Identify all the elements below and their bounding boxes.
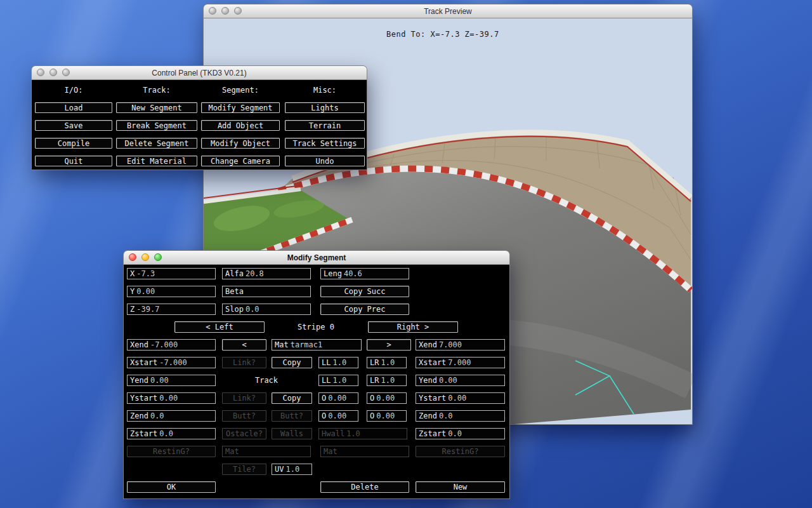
mat-next-button[interactable]: >	[367, 339, 411, 351]
ystart-left-input[interactable]	[159, 394, 215, 403]
right-stripe-button[interactable]: Right >	[368, 321, 458, 333]
ll-lower-field[interactable]: LL	[318, 375, 358, 386]
o-field-3-input[interactable]	[328, 411, 358, 420]
o-field-4-input[interactable]	[376, 411, 406, 420]
o-field-1[interactable]: O	[318, 392, 358, 404]
zoom-icon[interactable]	[234, 7, 242, 15]
xend-left-input[interactable]	[150, 340, 215, 349]
load-button[interactable]: Load	[35, 102, 112, 113]
xend-right-input[interactable]	[439, 340, 504, 349]
yend-right-input[interactable]	[439, 376, 504, 385]
lr-upper-field[interactable]: LR	[367, 357, 407, 368]
modify-segment-titlebar[interactable]: Modify Segment	[124, 251, 509, 265]
xstart-left-input[interactable]	[159, 358, 215, 367]
control-panel-titlebar[interactable]: Control Panel (TKD3 V0.21)	[32, 66, 367, 80]
delete-button[interactable]: Delete	[320, 481, 409, 493]
o-field-1-input[interactable]	[328, 394, 358, 403]
change-camera-button[interactable]: Change Camera	[201, 156, 280, 166]
zend-right-input[interactable]	[439, 411, 504, 420]
modify-object-button[interactable]: Modify Object	[201, 138, 280, 149]
xstart-left-field[interactable]: Xstart	[127, 357, 216, 368]
minimize-icon[interactable]	[141, 253, 149, 261]
mat-left-disabled-field: Mat	[222, 446, 311, 457]
ystart-right-input[interactable]	[448, 394, 504, 403]
ll-upper-field[interactable]: LL	[318, 357, 358, 368]
ok-button[interactable]: OK	[127, 481, 216, 493]
minimize-icon[interactable]	[221, 7, 229, 15]
beta-field-input[interactable]	[246, 287, 310, 296]
ll-lower-input[interactable]	[332, 376, 358, 385]
close-icon[interactable]	[129, 253, 136, 261]
uv-field[interactable]: UV	[272, 464, 312, 475]
copy-prec-button[interactable]: Copy Prec	[320, 304, 409, 315]
zend-right-field[interactable]: Zend	[416, 410, 505, 422]
close-icon[interactable]	[37, 69, 44, 76]
save-button[interactable]: Save	[35, 120, 112, 131]
compile-button[interactable]: Compile	[35, 138, 112, 149]
x-field-input[interactable]	[136, 269, 215, 278]
slop-field[interactable]: Slop	[222, 304, 311, 315]
leng-field[interactable]: Leng	[320, 268, 409, 279]
zstart-left-field[interactable]: Zstart	[127, 428, 216, 439]
yend-left-field[interactable]: Yend	[127, 375, 216, 386]
lr-upper-input[interactable]	[381, 358, 406, 367]
left-stripe-button[interactable]: < Left	[174, 321, 265, 333]
undo-button[interactable]: Undo	[285, 156, 365, 166]
track-preview-titlebar[interactable]: Track Preview	[204, 4, 692, 18]
add-object-button[interactable]: Add Object	[201, 120, 280, 131]
mat-prev-button[interactable]: <	[222, 339, 266, 351]
zoom-icon[interactable]	[154, 253, 162, 261]
new-segment-button[interactable]: New Segment	[116, 102, 197, 113]
ystart-right-field[interactable]: Ystart	[416, 392, 505, 404]
yend-left-input[interactable]	[150, 376, 215, 385]
z-field-input[interactable]	[136, 305, 215, 314]
copy-succ-button[interactable]: Copy Succ	[320, 286, 409, 297]
minimize-icon[interactable]	[49, 69, 57, 76]
x-field[interactable]: X	[127, 268, 216, 279]
leng-field-input[interactable]	[344, 269, 409, 278]
zend-left-input[interactable]	[150, 411, 215, 420]
slop-field-input[interactable]	[246, 305, 310, 314]
copy-upper-button[interactable]: Copy	[272, 357, 312, 368]
zend-left-field[interactable]: Zend	[127, 410, 216, 422]
delete-segment-button[interactable]: Delete Segment	[116, 138, 197, 149]
y-field-input[interactable]	[136, 287, 215, 296]
lr-lower-input[interactable]	[381, 376, 406, 385]
y-field[interactable]: Y	[127, 286, 216, 297]
ll-upper-input[interactable]	[332, 358, 358, 367]
lights-button[interactable]: Lights	[285, 102, 365, 113]
beta-field[interactable]: Beta	[222, 286, 311, 297]
o-field-3[interactable]: O	[318, 410, 358, 422]
track-settings-button[interactable]: Track Settings	[285, 138, 365, 149]
stripe-label: Stripe 0	[272, 321, 360, 333]
o-field-4[interactable]: O	[367, 410, 407, 422]
yend-right-field[interactable]: Yend	[416, 375, 505, 386]
xend-left-field[interactable]: Xend	[127, 339, 216, 351]
break-segment-button[interactable]: Break Segment	[116, 120, 197, 131]
new-button[interactable]: New	[416, 481, 505, 493]
modify-segment-button[interactable]: Modify Segment	[201, 102, 280, 113]
material-field-input[interactable]	[291, 340, 361, 349]
close-icon[interactable]	[209, 7, 216, 15]
o-field-2[interactable]: O	[367, 392, 407, 404]
edit-material-button[interactable]: Edit Material	[116, 156, 197, 166]
z-field[interactable]: Z	[127, 304, 216, 315]
ystart-left-field[interactable]: Ystart	[127, 392, 216, 404]
xstart-right-field[interactable]: Xstart	[416, 357, 505, 368]
alfa-field-input[interactable]	[246, 269, 310, 278]
alfa-field[interactable]: Alfa	[222, 268, 311, 279]
zstart-left-input[interactable]	[159, 429, 215, 438]
zstart-right-input[interactable]	[448, 429, 504, 438]
o-field-2-input[interactable]	[376, 394, 406, 403]
copy-lower-button[interactable]: Copy	[272, 392, 312, 404]
uv-field-input[interactable]	[285, 465, 311, 474]
xstart-right-input[interactable]	[448, 358, 504, 367]
material-field[interactable]: Mat	[272, 339, 362, 351]
terrain-button[interactable]: Terrain	[285, 120, 365, 131]
xend-right-field[interactable]: Xend	[416, 339, 505, 351]
lr-lower-field[interactable]: LR	[367, 375, 407, 386]
zstart-right-field[interactable]: Zstart	[416, 428, 505, 439]
quit-button[interactable]: Quit	[35, 156, 112, 166]
zoom-icon[interactable]	[62, 69, 70, 76]
yend-right-label: Yend	[416, 376, 439, 385]
